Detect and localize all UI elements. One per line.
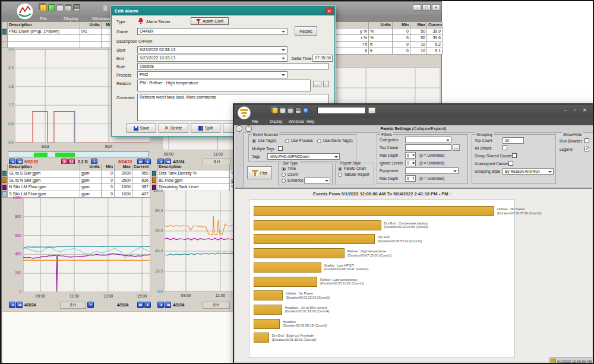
- use-process-label[interactable]: Use Process: [291, 138, 313, 143]
- paste-icon[interactable]: [287, 107, 293, 113]
- timeline-bar[interactable]: [8, 151, 149, 157]
- nav-step-left-button[interactable]: ◀: [157, 302, 164, 308]
- close-button[interactable]: ✕: [432, 4, 440, 11]
- open-icon[interactable]: [272, 107, 278, 113]
- pareto-bar[interactable]: [254, 277, 317, 287]
- bar-type-time-radio[interactable]: [282, 167, 286, 171]
- pareto-bar[interactable]: [254, 248, 345, 258]
- table-row[interactable]: S Slkr LM Flow gpmgpm01000407: [2, 191, 150, 198]
- end-combo[interactable]: 9/23/2022 10:33:13: [137, 55, 287, 62]
- tags-combo[interactable]: VAN.PHD.02PM2Down: [267, 153, 340, 160]
- split-button[interactable]: Split: [191, 123, 220, 133]
- nav-page-right-button[interactable]: ▶▶: [137, 302, 144, 308]
- plot-button[interactable]: Plot: [247, 166, 272, 179]
- table-row[interactable]: N Slkr LM Flow gpmgpm01000387: [2, 184, 150, 191]
- nav-range-band[interactable]: 8 H: [60, 302, 86, 309]
- bar-type-evidence-radio[interactable]: [282, 179, 286, 183]
- nav-step-left-button[interactable]: ◀: [9, 302, 15, 308]
- top-count-field[interactable]: 10: [503, 137, 524, 144]
- maximize-button[interactable]: ▢: [422, 4, 431, 11]
- legend-checkbox[interactable]: [584, 147, 589, 151]
- pareto-bar[interactable]: [254, 262, 321, 273]
- toolbar-overflow-button[interactable]: [103, 5, 108, 11]
- menu-item-display[interactable]: Display: [270, 119, 282, 124]
- pareto-bar[interactable]: [254, 333, 269, 343]
- save-button[interactable]: Save: [127, 123, 156, 133]
- nav-end-date[interactable]: 4/3/24: [117, 303, 128, 307]
- network-icon[interactable]: [303, 107, 309, 113]
- tabular-report-radio[interactable]: [338, 173, 342, 177]
- print-icon[interactable]: [295, 107, 301, 113]
- use-process-radio[interactable]: [285, 139, 289, 143]
- process-combo[interactable]: PM2: [137, 71, 287, 78]
- nav-range-dropdown-button[interactable]: ▼: [87, 302, 94, 308]
- nav-date[interactable]: 4/3/24: [173, 303, 184, 307]
- reason-clear-button[interactable]: ·: [323, 81, 329, 87]
- all-others-checkbox[interactable]: [503, 145, 507, 150]
- pareto-bar[interactable]: [254, 206, 494, 216]
- minimize-button[interactable]: –: [562, 107, 569, 113]
- run-browser-checkbox[interactable]: [584, 138, 589, 143]
- evidence-combo[interactable]: [304, 178, 330, 183]
- use-alarm-tags-radio[interactable]: [317, 139, 321, 143]
- nav-date[interactable]: 4/3/24: [173, 160, 184, 164]
- recalc-button[interactable]: Recalc: [295, 26, 317, 36]
- use-tags-radio[interactable]: [252, 139, 256, 143]
- print-icon[interactable]: [73, 4, 80, 11]
- nav-end-date[interactable]: 9/24/22: [118, 160, 132, 164]
- pareto-settings-header[interactable]: Pareto Settings (Collapse/Expand): [234, 125, 593, 133]
- ignore-levels-spinner[interactable]: 0: [405, 160, 416, 166]
- group-shared-checkbox[interactable]: [512, 153, 517, 158]
- pareto-chart-label[interactable]: Pareto Chart: [344, 166, 366, 170]
- pareto-bar[interactable]: [254, 234, 375, 244]
- use-tags-label[interactable]: Use Tag(s): [258, 138, 276, 143]
- menu-item-file[interactable]: File: [252, 119, 258, 124]
- start-combo[interactable]: 9/23/2022 02:58:13: [137, 46, 287, 53]
- search-more-button[interactable]: …: [368, 107, 375, 113]
- delta-time-field[interactable]: 07:35:00: [312, 55, 333, 62]
- run-browser-expand-button[interactable]: ›: [236, 125, 242, 132]
- top-cause-field[interactable]: [405, 144, 451, 151]
- reason-browse-button[interactable]: …: [313, 81, 321, 87]
- equipment-combo[interactable]: [405, 167, 459, 174]
- trend-chart-trend-flows[interactable]: [23, 198, 150, 292]
- grouping-style-combo[interactable]: By Reason And Run: [503, 168, 554, 175]
- nav-start-date[interactable]: 9/22/22: [24, 160, 38, 164]
- bar-type-count-label[interactable]: Count: [287, 172, 298, 176]
- close-icon[interactable]: ✕: [326, 8, 333, 14]
- tag-icon[interactable]: [48, 4, 55, 11]
- open-icon[interactable]: [40, 4, 47, 11]
- categories-combo[interactable]: [405, 137, 451, 143]
- grade-combo[interactable]: O44MX: [137, 28, 287, 35]
- delete-button[interactable]: ✕Delete: [159, 123, 188, 133]
- multiple-tags-checkbox[interactable]: [278, 146, 283, 151]
- settings-collapse-button[interactable]: ⌃: [245, 125, 252, 132]
- pareto-bar[interactable]: [254, 319, 280, 329]
- menu-item-windows[interactable]: Windows: [289, 119, 304, 124]
- legend-chip[interactable]: 9/1/2022 12:00:00 AM: [549, 357, 594, 364]
- table-row[interactable]: GL to S Slkr gpmgpm02000950: [2, 170, 150, 178]
- pareto-bar[interactable]: [254, 220, 381, 230]
- close-button[interactable]: ✕: [581, 107, 588, 113]
- paste-icon[interactable]: [65, 4, 72, 11]
- nav-start-date[interactable]: 4/3/24: [24, 303, 36, 307]
- alarm-conf-button[interactable]: Alarm Conf: [191, 17, 229, 25]
- rule-field[interactable]: Outside: [137, 63, 328, 70]
- nav-range-band[interactable]: 8 H: [203, 302, 230, 309]
- menu-item-help[interactable]: Help: [307, 119, 314, 124]
- bar-type-time-label[interactable]: Time: [287, 166, 296, 170]
- minimize-button[interactable]: –: [413, 4, 421, 11]
- table-row[interactable]: GL to N Slkr gpmgpm02500836: [2, 178, 150, 185]
- pareto-chart-radio[interactable]: [338, 167, 342, 171]
- max-depth2-spinner[interactable]: 0: [405, 175, 416, 182]
- nav-page-left-button[interactable]: ◀◀: [16, 302, 23, 308]
- pareto-bar[interactable]: [254, 290, 283, 300]
- tabular-report-label[interactable]: Tabular Report: [344, 172, 369, 176]
- max-depth-spinner[interactable]: 0: [405, 152, 416, 159]
- search-input[interactable]: [317, 107, 366, 114]
- menu-item-windows[interactable]: Windows: [92, 16, 110, 21]
- pareto-bar[interactable]: [254, 305, 282, 315]
- reason-field[interactable]: PM : Refiner : High temperature: [137, 80, 311, 91]
- menu-item-file[interactable]: File: [40, 16, 47, 21]
- menu-item-display[interactable]: Display: [64, 16, 78, 21]
